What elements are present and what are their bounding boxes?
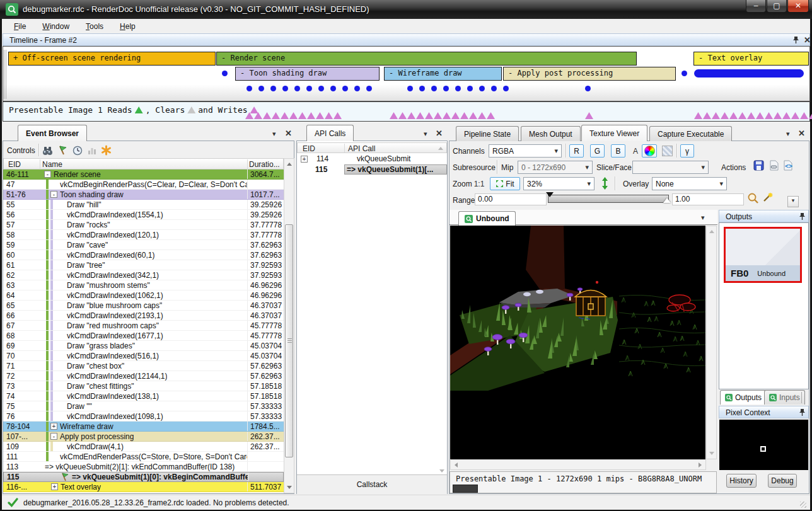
- write-usage-triangle[interactable]: [451, 112, 460, 119]
- range-options-button[interactable]: ▾: [787, 196, 799, 207]
- zoom-1to1-button[interactable]: 1:1: [472, 177, 487, 190]
- event-dot[interactable]: [503, 86, 509, 91]
- menu-item-tools[interactable]: Tools: [86, 22, 103, 31]
- column-eid[interactable]: EID: [303, 144, 315, 153]
- color-wheel-button[interactable]: [642, 144, 657, 158]
- flip-vertical-icon[interactable]: [601, 177, 609, 192]
- event-row[interactable]: 76vkCmdDrawIndexed(1098,1)57.33333: [3, 411, 284, 422]
- event-row[interactable]: 59Draw "cave"37.62963: [3, 240, 284, 250]
- write-usage-triangle[interactable]: [254, 112, 262, 119]
- write-usage-triangle[interactable]: [325, 112, 333, 119]
- write-usage-triangle[interactable]: [298, 112, 306, 119]
- range-min-input[interactable]: 0.00: [475, 193, 547, 205]
- event-row[interactable]: 46-111-Render scene3064.7...: [3, 169, 284, 180]
- tab-api-calls[interactable]: API Calls: [306, 125, 354, 141]
- write-usage-triangle[interactable]: [729, 112, 738, 119]
- event-row[interactable]: 55Draw "hill"39.25926: [3, 200, 284, 210]
- chevron-down-icon[interactable]: ▾: [272, 130, 276, 138]
- usage-triangles-toon[interactable]: [245, 112, 342, 119]
- overlay-select[interactable]: None▾: [652, 177, 727, 190]
- expand-plus-icon[interactable]: +: [51, 483, 58, 490]
- timeline-bar-post[interactable]: - Apply post processing: [503, 67, 676, 81]
- column-eid[interactable]: EID: [8, 160, 21, 169]
- event-row[interactable]: 62vkCmdDrawIndexed(342,1)37.92593: [3, 270, 284, 280]
- event-row[interactable]: 116-...+Text overlay511.7037: [3, 482, 284, 492]
- event-row[interactable]: 61Draw "tree"37.92593: [3, 260, 284, 270]
- column-duration[interactable]: Duratio...: [249, 160, 280, 169]
- timeline-bar-wireframe[interactable]: - Wireframe draw: [384, 67, 502, 81]
- event-row[interactable]: 72vkCmdDrawIndexed(12144,1)57.62963: [3, 371, 284, 381]
- alpha-background-button[interactable]: [659, 144, 675, 158]
- event-dot[interactable]: [354, 86, 360, 91]
- event-dot[interactable]: [270, 86, 276, 91]
- timeline-event-dot-run[interactable]: [694, 69, 804, 78]
- zoom-fit-button[interactable]: Fit: [490, 177, 520, 190]
- event-dot[interactable]: [419, 86, 425, 91]
- write-usage-triangle[interactable]: [585, 112, 593, 119]
- usage-triangles-text-overlay[interactable]: [694, 112, 812, 119]
- event-row[interactable]: 67Draw "red mushroom caps"45.77778: [3, 321, 284, 331]
- range-black-point-handle[interactable]: [546, 192, 554, 197]
- event-row[interactable]: 78-104+Wireframe draw1784.5...: [3, 422, 284, 432]
- api-calls-column-header[interactable]: EID API Call: [297, 142, 447, 153]
- expand-minus-icon[interactable]: -: [50, 433, 57, 440]
- bookmark-star-icon[interactable]: [101, 145, 112, 158]
- write-usage-triangle[interactable]: [398, 112, 407, 119]
- timeline-dots-wireframe[interactable]: [407, 86, 515, 91]
- tab-unbound-texture[interactable]: Unbound: [458, 211, 516, 226]
- timeline-header[interactable]: Timeline - Frame #2 ✕: [3, 33, 810, 46]
- write-usage-triangle[interactable]: [460, 112, 468, 119]
- tab-event-browser[interactable]: Event Browser: [18, 125, 87, 141]
- menu-item-file[interactable]: File: [14, 22, 26, 31]
- channel-green-button[interactable]: G: [590, 144, 605, 158]
- event-row[interactable]: 70vkCmdDrawIndexed(516,1)45.03704: [3, 351, 284, 361]
- zoom-range-icon[interactable]: [747, 192, 759, 206]
- event-row[interactable]: 71Draw "chest box"57.62963: [3, 361, 284, 371]
- scroll-down-icon[interactable]: [439, 469, 444, 473]
- texture-vertical-scrollbar[interactable]: [706, 226, 717, 459]
- pixel-context-header[interactable]: Pixel Context: [719, 406, 809, 418]
- write-usage-triangle[interactable]: [443, 112, 451, 119]
- event-row[interactable]: 73Draw "chest fittings"57.18518: [3, 381, 284, 391]
- chevron-down-icon[interactable]: ▾: [701, 214, 705, 222]
- pin-icon[interactable]: [798, 408, 806, 418]
- event-dot[interactable]: [467, 86, 473, 91]
- event-dot[interactable]: [455, 86, 461, 91]
- event-row[interactable]: 65Draw "blue mushroom caps"46.37037: [3, 301, 284, 311]
- open-link-icon[interactable]: [768, 160, 779, 173]
- event-dot[interactable]: [443, 86, 449, 91]
- event-dot[interactable]: [318, 86, 324, 91]
- timeline-grip[interactable]: [4, 50, 7, 99]
- tab-mesh-output[interactable]: Mesh Output: [521, 126, 581, 141]
- write-usage-triangle[interactable]: [263, 112, 271, 119]
- event-row[interactable]: 115=> vkQueueSubmit(1)[0]: vkBeginComman…: [3, 472, 284, 482]
- range-slider[interactable]: [548, 195, 669, 203]
- event-dot[interactable]: [342, 86, 348, 91]
- expand-plus-icon[interactable]: +: [50, 423, 57, 430]
- texture-viewer-close-icon[interactable]: ✕: [798, 129, 805, 138]
- range-max-input[interactable]: 1.00: [672, 193, 744, 205]
- jump-to-event-flag-icon[interactable]: [57, 145, 68, 158]
- write-usage-triangle[interactable]: [765, 112, 773, 119]
- resize-grip[interactable]: [800, 502, 806, 508]
- write-usage-triangle[interactable]: [782, 112, 791, 119]
- write-usage-triangle[interactable]: [809, 112, 812, 119]
- pin-icon[interactable]: [798, 212, 806, 222]
- event-browser-close-icon[interactable]: ✕: [285, 129, 292, 138]
- channel-red-button[interactable]: R: [569, 144, 584, 158]
- write-usage-triangle[interactable]: [712, 112, 720, 119]
- event-dot[interactable]: [479, 86, 485, 91]
- write-usage-triangle[interactable]: [747, 112, 755, 119]
- event-dot[interactable]: [330, 86, 336, 91]
- debug-button[interactable]: Debug: [768, 474, 797, 488]
- tab-pipeline-state[interactable]: Pipeline State: [456, 126, 519, 141]
- event-browser-column-header[interactable]: EID Name Duratio...: [3, 158, 284, 169]
- output-fb0-thumbnail[interactable]: FB0 Unbound: [724, 227, 802, 283]
- menu-item-window[interactable]: Window: [42, 22, 69, 31]
- close-button[interactable]: ✕: [787, 0, 809, 13]
- zoom-select[interactable]: 32%▾: [523, 177, 594, 190]
- event-row[interactable]: 111vkCmdEndRenderPass(C=Store, D=Store, …: [3, 452, 284, 462]
- tab-inputs[interactable]: Inputs: [764, 390, 805, 405]
- shader-code-icon[interactable]: <>: [782, 160, 793, 173]
- write-usage-triangle[interactable]: [245, 112, 253, 119]
